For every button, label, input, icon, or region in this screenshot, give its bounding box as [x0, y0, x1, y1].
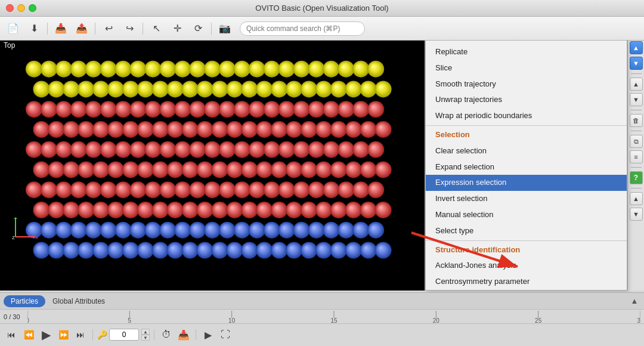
- menu-item[interactable]: Clear selection: [426, 143, 627, 159]
- particle-canvas: [0, 41, 425, 291]
- ctrl-sep-1: [631, 73, 642, 74]
- select-button[interactable]: ↖: [147, 20, 166, 37]
- controls-row: ⏮ ⏪ ▶ ⏩ ⏭ 🔑 ▲ ▼ ⏱ 📥 ▶ ⛶: [0, 324, 644, 345]
- rotate-button[interactable]: ⟳: [188, 20, 208, 37]
- move-up-button[interactable]: ▲: [630, 41, 643, 54]
- move-button[interactable]: ✛: [168, 20, 187, 37]
- screenshot-button[interactable]: 📷: [215, 20, 234, 37]
- main-toolbar: 📄 ⬇ 📥 📤 ↩ ↪ ↖ ✛ ⟳ 📷: [0, 17, 644, 41]
- frame-input[interactable]: [109, 329, 139, 341]
- play-forward-btn[interactable]: ▶: [200, 328, 216, 341]
- svg-text:5: 5: [128, 317, 132, 323]
- tab-global-attributes[interactable]: Global Attributes: [45, 295, 112, 307]
- close-button[interactable]: [6, 4, 14, 12]
- viewport[interactable]: Top Z X: [0, 41, 425, 291]
- main-content: Top Z X Time series (Pro)Voronoi analysi…: [0, 41, 644, 292]
- copy-button[interactable]: ⧉: [630, 135, 643, 148]
- menu-item[interactable]: Expand selection: [426, 159, 627, 175]
- scroll-down-button[interactable]: ▼: [630, 208, 643, 221]
- collapse-down-button[interactable]: ▼: [630, 93, 643, 106]
- collapse-bottom-button[interactable]: ▲: [628, 295, 640, 307]
- maximize-button[interactable]: [29, 4, 36, 12]
- frame-spinner[interactable]: ▲ ▼: [141, 329, 150, 341]
- menu-separator: [426, 125, 627, 126]
- help-button[interactable]: ?: [630, 171, 643, 184]
- minimize-button[interactable]: [17, 4, 25, 12]
- title-bar: OVITO Basic (Open Visualization Tool): [0, 0, 644, 17]
- bottom-area: Particles Global Attributes ▲ 0 / 30 051…: [0, 292, 644, 346]
- menu-item[interactable]: Unwrap trajectories: [426, 92, 627, 108]
- timeline-ticks[interactable]: 051015202530: [27, 311, 640, 323]
- menu-item[interactable]: Replicate: [426, 44, 627, 60]
- undo-button[interactable]: ↩: [99, 20, 118, 37]
- step-forward-button[interactable]: ⏩: [55, 328, 71, 341]
- separator-3: [143, 23, 143, 35]
- menu-item[interactable]: Select type: [426, 223, 627, 239]
- svg-text:X: X: [35, 235, 39, 240]
- timeline-row: 0 / 30 051015202530: [0, 310, 644, 324]
- tab-particles[interactable]: Particles: [4, 295, 45, 307]
- right-controls-panel: ▲ ▼ ▲ ▼ 🗑 ⧉ ≡ ? ▲ ▼: [627, 41, 644, 291]
- window-title: OVITO Basic (Open Visualization Tool): [255, 4, 388, 13]
- menu-item[interactable]: Centrosymmetry parameter: [426, 274, 627, 290]
- import-button[interactable]: 📥: [51, 20, 70, 37]
- frame-down[interactable]: ▼: [141, 335, 150, 341]
- delete-button[interactable]: 🗑: [630, 114, 643, 127]
- menu-item[interactable]: Expression selection: [426, 175, 627, 191]
- skip-start-button[interactable]: ⏮: [4, 328, 19, 341]
- controls-sep: [92, 329, 93, 340]
- svg-text:30: 30: [637, 317, 640, 323]
- separator-2: [95, 23, 95, 35]
- menu-item[interactable]: Ackland-Jones analysis: [426, 258, 627, 274]
- svg-text:25: 25: [535, 317, 542, 323]
- open-button[interactable]: ⬇: [24, 20, 44, 37]
- export-button[interactable]: 📤: [72, 20, 91, 37]
- ctrl-sep-3: [631, 131, 642, 131]
- tabs-row: Particles Global Attributes ▲: [0, 293, 644, 310]
- controls-sep-3: [196, 329, 196, 340]
- menu-item[interactable]: Manual selection: [426, 207, 627, 223]
- menu-item[interactable]: Smooth trajectory: [426, 76, 627, 92]
- svg-text:20: 20: [433, 317, 440, 323]
- scroll-up-button[interactable]: ▲: [630, 192, 643, 205]
- command-menu[interactable]: Time series (Pro)Voronoi analysisWigner-…: [425, 41, 627, 291]
- menu-item[interactable]: Wrap at periodic boundaries: [426, 108, 627, 124]
- svg-text:0: 0: [27, 317, 29, 323]
- frame-counter: 0 / 30: [4, 313, 27, 320]
- import-frame-button[interactable]: 📥: [176, 328, 191, 341]
- move-down-button[interactable]: ▼: [630, 57, 643, 70]
- search-input[interactable]: [240, 21, 365, 36]
- menu-section-header: Selection: [426, 127, 627, 143]
- svg-text:15: 15: [330, 317, 338, 323]
- step-back-button[interactable]: ⏪: [21, 328, 36, 341]
- menu-item[interactable]: Slice: [426, 60, 627, 76]
- viewport-label: Top: [4, 41, 15, 50]
- menu-section-header: Structure identification: [426, 242, 627, 258]
- key-icon: 🔑: [97, 330, 107, 339]
- svg-marker-3: [14, 217, 17, 219]
- svg-text:Z: Z: [12, 235, 15, 240]
- controls-sep-2: [154, 329, 154, 340]
- redo-button[interactable]: ↪: [120, 20, 139, 37]
- window-controls[interactable]: [6, 4, 36, 12]
- frame-up[interactable]: ▲: [141, 329, 150, 335]
- ctrl-sep-4: [631, 167, 642, 168]
- new-button[interactable]: 📄: [4, 20, 23, 37]
- ctrl-sep-5: [631, 188, 642, 189]
- separator-1: [47, 23, 48, 35]
- menu-separator: [426, 240, 627, 241]
- expand-button[interactable]: ⛶: [218, 328, 233, 341]
- right-panel: Time series (Pro)Voronoi analysisWigner-…: [425, 41, 627, 291]
- collapse-up-button[interactable]: ▲: [630, 78, 643, 91]
- timeline-svg: 051015202530: [27, 311, 640, 323]
- svg-text:10: 10: [228, 317, 236, 323]
- list-button[interactable]: ≡: [630, 150, 643, 163]
- clock-button[interactable]: ⏱: [159, 328, 174, 341]
- skip-end-button[interactable]: ⏭: [73, 328, 88, 341]
- menu-item[interactable]: Invert selection: [426, 191, 627, 207]
- ctrl-sep-2: [631, 110, 642, 110]
- separator-4: [211, 23, 212, 35]
- play-button[interactable]: ▶: [38, 328, 54, 341]
- axis-indicator: Z X: [10, 213, 39, 243]
